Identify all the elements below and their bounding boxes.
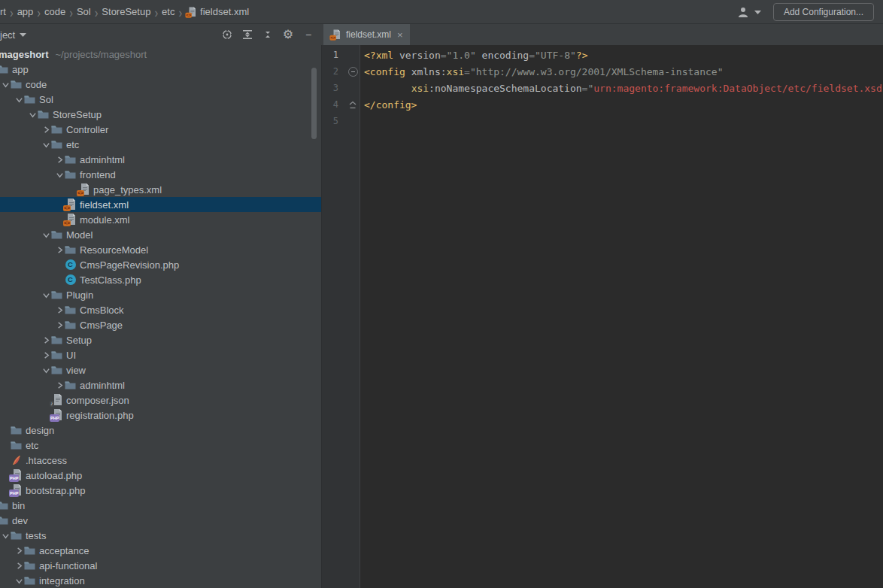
- breadcrumb-item-etc[interactable]: etc: [162, 6, 174, 17]
- tree-item-label: dev: [12, 515, 28, 526]
- tree-item-cmspage[interactable]: CmsPage: [0, 317, 321, 332]
- folder-icon: [11, 439, 22, 451]
- tree-item-adminhtml[interactable]: adminhtml: [0, 152, 321, 167]
- tree-item-api-functional[interactable]: api-functional: [0, 558, 321, 573]
- tree-item-controller[interactable]: Controller: [0, 122, 321, 137]
- tree-item-bin[interactable]: bin: [0, 498, 321, 513]
- tree-item-label: UI: [66, 350, 76, 361]
- breadcrumb-item-storesetup[interactable]: StoreSetup: [102, 6, 150, 17]
- tree-item-integration[interactable]: integration: [0, 573, 321, 588]
- tree-item-etc[interactable]: etc: [0, 438, 321, 453]
- breadcrumb-item-app[interactable]: app: [17, 6, 34, 17]
- fold-end-icon[interactable]: [347, 101, 358, 109]
- chevron-expanded-icon[interactable]: [41, 366, 51, 374]
- tree-item-resourcemodel[interactable]: ResourceModel: [0, 242, 321, 257]
- chevron-collapsed-icon[interactable]: [41, 336, 51, 344]
- close-tab-icon[interactable]: ×: [397, 29, 403, 41]
- chevron-collapsed-icon[interactable]: [14, 547, 24, 555]
- tree-item--htaccess[interactable]: .htaccess: [0, 453, 321, 468]
- chevron-expanded-icon[interactable]: [41, 231, 51, 239]
- code-text: <config xmlns:xsi="http://www.w3.org/200…: [364, 66, 723, 77]
- code-line-2[interactable]: 2<config xmlns:xsi="http://www.w3.org/20…: [322, 63, 883, 80]
- tree-item-setup[interactable]: Setup: [0, 332, 321, 347]
- tree-item-mageshort[interactable]: mageshort~/projects/mageshort: [0, 47, 321, 62]
- locate-icon[interactable]: [220, 28, 234, 41]
- collapse-all-icon[interactable]: [261, 28, 275, 41]
- tab-fieldset-xml[interactable]: <> fieldset.xml ×: [323, 24, 410, 45]
- folder-icon: [11, 529, 22, 541]
- chevron-expanded-icon[interactable]: [41, 141, 51, 149]
- folder-icon: [51, 364, 62, 376]
- tree-item-design[interactable]: design: [0, 423, 321, 438]
- breadcrumb-item-sol[interactable]: Sol: [77, 6, 91, 17]
- hide-panel-icon[interactable]: −: [302, 28, 315, 41]
- tree-item-label: etc: [26, 440, 38, 451]
- folder-icon: [51, 289, 62, 301]
- tree-item-tests[interactable]: tests: [0, 528, 321, 543]
- topbar-right: Add Configuration...: [737, 3, 874, 21]
- chevron-expanded-icon[interactable]: [41, 291, 51, 299]
- tree-item-module-xml[interactable]: <>module.xml: [0, 212, 321, 227]
- chevron-expanded-icon[interactable]: [27, 111, 38, 119]
- tree-item-model[interactable]: Model: [0, 227, 321, 242]
- breadcrumb-item-fieldset-xml[interactable]: <>fieldset.xml: [186, 6, 249, 18]
- code-line-4[interactable]: 4</config>: [322, 96, 883, 113]
- fold-start-icon[interactable]: [347, 67, 358, 77]
- expand-all-icon[interactable]: [241, 28, 254, 41]
- tree-item-code[interactable]: code: [0, 77, 321, 92]
- tree-item-label: code: [26, 79, 47, 90]
- tree-item-storesetup[interactable]: StoreSetup: [0, 107, 321, 122]
- chevron-collapsed-icon[interactable]: [54, 246, 65, 254]
- tree-item-bootstrap-php[interactable]: PHPbootstrap.php: [0, 483, 321, 498]
- tree-item-sol[interactable]: Sol: [0, 92, 321, 107]
- chevron-expanded-icon[interactable]: [54, 171, 65, 179]
- breadcrumb-item-code[interactable]: code: [44, 6, 65, 17]
- add-configuration-button[interactable]: Add Configuration...: [773, 3, 874, 21]
- breadcrumb-item-rt[interactable]: rt: [0, 6, 6, 17]
- tree-item-dev[interactable]: dev: [0, 513, 321, 528]
- chevron-collapsed-icon[interactable]: [41, 126, 51, 134]
- ide-window: rt›app›code›Sol›StoreSetup›etc›<>fieldse…: [0, 0, 883, 588]
- chevron-collapsed-icon[interactable]: [54, 156, 65, 164]
- tree-item-composer-json[interactable]: ♪composer.json: [0, 393, 321, 408]
- tree-item-acceptance[interactable]: acceptance: [0, 543, 321, 558]
- tree-item-autoload-php[interactable]: PHPautoload.php: [0, 468, 321, 483]
- project-tree-scrollbar[interactable]: [311, 68, 317, 139]
- breadcrumb-label: etc: [162, 6, 174, 17]
- code-line-5[interactable]: 5: [322, 113, 883, 129]
- tree-item-cmspagerevision-php[interactable]: CCmsPageRevision.php: [0, 257, 321, 272]
- tree-item-adminhtml[interactable]: adminhtml: [0, 377, 321, 393]
- chevron-expanded-icon[interactable]: [14, 577, 24, 585]
- folder-icon: [65, 244, 76, 256]
- line-number: 2: [326, 66, 338, 77]
- chevron-collapsed-icon[interactable]: [54, 321, 65, 329]
- chevron-down-icon[interactable]: [754, 10, 761, 14]
- user-icon[interactable]: [737, 7, 750, 17]
- tree-item-app[interactable]: app: [0, 62, 321, 77]
- tree-item-label: app: [12, 64, 29, 75]
- chevron-expanded-icon[interactable]: [0, 80, 11, 89]
- settings-gear-icon[interactable]: ⚙: [281, 28, 295, 41]
- tree-item-registration-php[interactable]: PHPregistration.php: [0, 408, 321, 423]
- tree-item-fieldset-xml[interactable]: <>fieldset.xml: [0, 197, 321, 212]
- tree-item-label: StoreSetup: [53, 109, 102, 120]
- tree-item-testclass-php[interactable]: CTestClass.php: [0, 272, 321, 287]
- chevron-collapsed-icon[interactable]: [54, 381, 65, 389]
- tree-item-plugin[interactable]: Plugin: [0, 287, 321, 302]
- chevron-collapsed-icon[interactable]: [54, 306, 65, 314]
- code-line-3[interactable]: 3 xsi:noNamespaceSchemaLocation="urn:mag…: [322, 80, 883, 96]
- chevron-expanded-icon[interactable]: [14, 95, 24, 104]
- code-line-1[interactable]: 1<?xml version="1.0" encoding="UTF-8"?>: [322, 47, 883, 63]
- tree-item-cmsblock[interactable]: CmsBlock: [0, 302, 321, 317]
- tree-item-frontend[interactable]: frontend: [0, 167, 321, 182]
- tree-item-page-types-xml[interactable]: <>page_types.xml: [0, 182, 321, 197]
- chevron-collapsed-icon[interactable]: [14, 562, 24, 570]
- tree-item-view[interactable]: view: [0, 362, 321, 377]
- chevron-collapsed-icon[interactable]: [41, 351, 51, 359]
- folder-icon: [24, 93, 35, 105]
- tree-item-etc[interactable]: etc: [0, 137, 321, 152]
- project-view-dropdown[interactable]: ject: [0, 29, 26, 41]
- editor[interactable]: 1<?xml version="1.0" encoding="UTF-8"?>2…: [322, 45, 883, 588]
- tree-item-ui[interactable]: UI: [0, 347, 321, 362]
- chevron-expanded-icon[interactable]: [0, 532, 11, 540]
